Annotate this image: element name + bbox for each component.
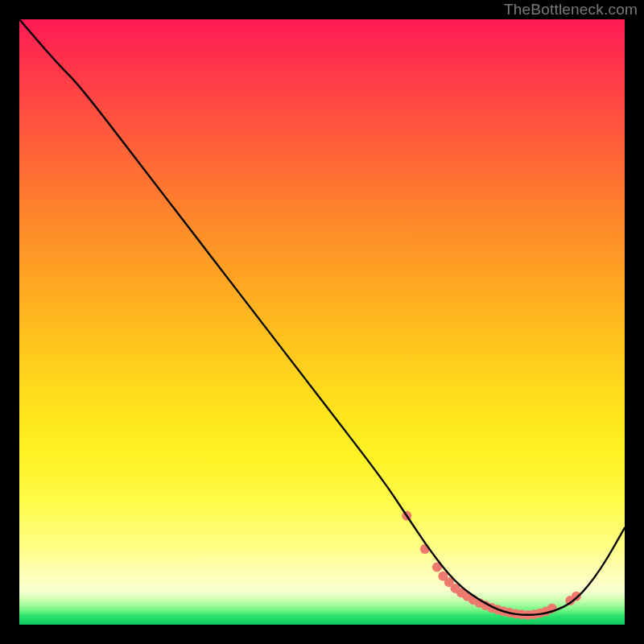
curve-line: [19, 19, 625, 615]
chart-stage: TheBottleneck.com: [0, 0, 644, 644]
watermark-text: TheBottleneck.com: [504, 0, 638, 19]
chart-svg: [19, 19, 625, 625]
markers-group: [402, 511, 581, 620]
plot-area: [19, 19, 625, 625]
